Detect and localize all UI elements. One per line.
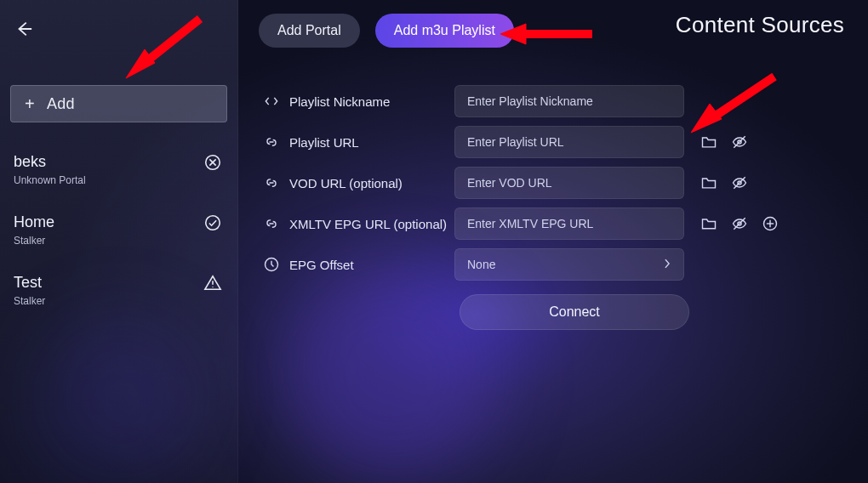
arrow-left-icon [14, 20, 33, 38]
input-vod-url[interactable]: Enter VOD URL [454, 167, 684, 199]
input-playlist-nickname[interactable]: Enter Playlist Nickname [454, 85, 684, 117]
sidebar-item-label: Test [14, 274, 224, 292]
clock-icon [259, 256, 284, 273]
sidebar-item-sublabel: Stalker [14, 235, 224, 247]
sidebar-item-label: beks [14, 153, 224, 171]
browse-folder-icon[interactable] [700, 214, 718, 233]
row-vod-url: VOD URL (optional) Enter VOD URL [259, 167, 848, 199]
row-epg-offset: EPG Offset None [259, 248, 848, 281]
label-vod-url: VOD URL (optional) [284, 176, 454, 190]
sidebar-item-sublabel: Stalker [14, 295, 224, 307]
browse-folder-icon[interactable] [700, 173, 718, 192]
browse-folder-icon[interactable] [700, 133, 718, 151]
add-source-button[interactable]: + Add [10, 85, 227, 122]
sidebar-item-beks[interactable]: beks Unknown Portal [10, 148, 227, 198]
link-icon [259, 215, 284, 232]
sidebar: + Add beks Unknown Portal Home Stalker T… [0, 0, 238, 483]
label-playlist-nickname: Playlist Nickname [284, 94, 454, 109]
status-ok-icon [203, 213, 222, 232]
add-circle-icon[interactable] [761, 214, 779, 233]
row-epg-url: XMLTV EPG URL (optional) Enter XMLTV EPG… [259, 207, 848, 240]
input-epg-url[interactable]: Enter XMLTV EPG URL [454, 207, 684, 240]
select-epg-offset-value: None [467, 258, 495, 271]
label-playlist-url: Playlist URL [284, 135, 454, 150]
link-icon [259, 174, 284, 191]
status-error-icon [203, 153, 222, 172]
page-title: Content Sources [676, 12, 844, 38]
sidebar-item-sublabel: Unknown Portal [14, 174, 224, 186]
plus-icon: + [25, 95, 35, 112]
expand-icon [259, 93, 284, 110]
m3u-form: Playlist Nickname Enter Playlist Nicknam… [259, 85, 848, 330]
input-playlist-url[interactable]: Enter Playlist URL [454, 126, 684, 158]
row-playlist-url: Playlist URL Enter Playlist URL [259, 126, 848, 158]
visibility-off-icon[interactable] [730, 173, 749, 192]
connect-button[interactable]: Connect [460, 294, 689, 330]
add-source-label: Add [47, 95, 75, 113]
select-epg-offset[interactable]: None [454, 248, 684, 281]
row-playlist-nickname: Playlist Nickname Enter Playlist Nicknam… [259, 85, 848, 117]
sidebar-item-test[interactable]: Test Stalker [10, 269, 227, 319]
main: Content Sources Add Portal Add m3u Playl… [238, 0, 868, 483]
label-epg-offset: EPG Offset [284, 258, 454, 272]
visibility-off-icon[interactable] [730, 133, 749, 151]
link-icon [259, 134, 284, 151]
svg-point-1 [206, 216, 220, 230]
label-epg-url: XMLTV EPG URL (optional) [284, 217, 454, 231]
sidebar-item-label: Home [14, 213, 224, 231]
back-button[interactable] [10, 15, 37, 43]
tab-add-portal[interactable]: Add Portal [259, 14, 360, 48]
status-warn-icon [203, 274, 222, 293]
visibility-off-icon[interactable] [730, 214, 749, 233]
chevron-right-icon [663, 258, 671, 272]
tab-add-m3u-playlist[interactable]: Add m3u Playlist [375, 14, 514, 48]
sidebar-item-home[interactable]: Home Stalker [10, 208, 227, 259]
